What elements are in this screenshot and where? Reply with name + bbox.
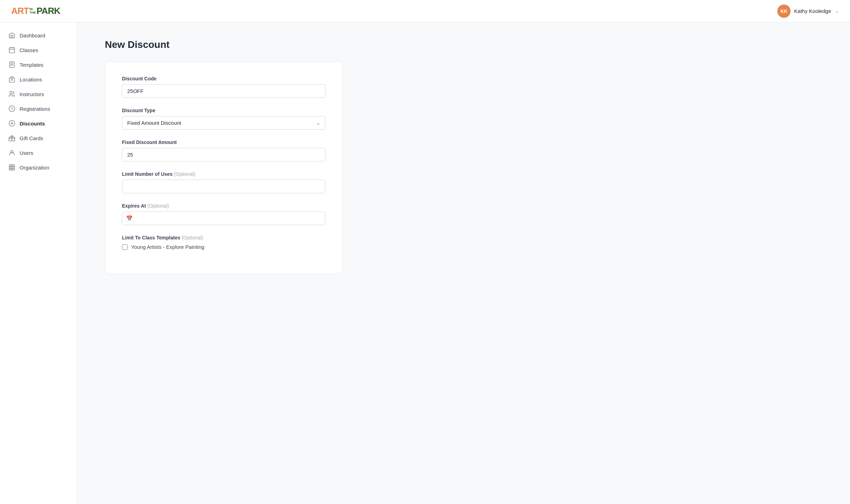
- sidebar-item-discounts[interactable]: Discounts: [0, 116, 77, 131]
- avatar: KK: [777, 5, 791, 18]
- discount-type-select-wrapper: Fixed Amount Discount Percentage Discoun…: [122, 116, 325, 130]
- sidebar: Dashboard Classes Templates: [0, 22, 77, 504]
- building-icon: [8, 76, 15, 83]
- discount-code-group: Discount Code: [122, 76, 325, 98]
- logo-in-the-text: INTHE: [29, 8, 36, 15]
- expires-at-input-wrapper: 📅: [122, 211, 325, 225]
- fixed-amount-input[interactable]: [122, 148, 325, 161]
- svg-rect-8: [9, 165, 15, 170]
- discount-code-label: Discount Code: [122, 76, 325, 81]
- sidebar-item-label: Registrations: [20, 106, 50, 112]
- sidebar-item-organization[interactable]: Organization: [0, 160, 77, 175]
- tag-icon: [8, 120, 15, 127]
- gift-icon: [8, 135, 15, 142]
- limit-templates-optional: (Optional): [182, 235, 203, 240]
- logo-art-text: ART: [11, 6, 29, 16]
- fixed-amount-label: Fixed Discount Amount: [122, 139, 325, 145]
- main-content: New Discount Discount Code Discount Type…: [77, 22, 850, 504]
- sidebar-item-classes[interactable]: Classes: [0, 43, 77, 57]
- home-icon: [8, 32, 15, 39]
- sidebar-item-label: Instructors: [20, 91, 44, 97]
- user-name: Kathy Kooledge: [794, 8, 831, 14]
- logo-park-text: PARK: [36, 6, 60, 16]
- sidebar-item-label: Templates: [20, 62, 43, 68]
- class-template-checkbox[interactable]: [122, 244, 128, 250]
- expires-at-group: Expires At (Optional) 📅: [122, 203, 325, 225]
- limit-templates-group: Limit To Class Templates (Optional) Youn…: [122, 235, 325, 250]
- office-icon: [8, 164, 15, 171]
- sidebar-item-label: Users: [20, 150, 33, 156]
- sidebar-item-label: Locations: [20, 77, 42, 82]
- sidebar-item-gift-cards[interactable]: Gift Cards: [0, 131, 77, 145]
- user-menu[interactable]: KK Kathy Kooledge ⌄: [777, 5, 839, 18]
- sidebar-item-users[interactable]: Users: [0, 145, 77, 160]
- svg-rect-0: [9, 48, 15, 53]
- sidebar-item-locations[interactable]: Locations: [0, 72, 77, 87]
- discount-code-input[interactable]: [122, 84, 325, 98]
- limit-uses-optional: (Optional): [174, 171, 195, 177]
- fixed-amount-group: Fixed Discount Amount: [122, 139, 325, 161]
- svg-point-3: [10, 92, 12, 94]
- logo: ART INTHE PARK: [11, 6, 60, 16]
- svg-rect-1: [9, 62, 14, 68]
- expires-at-label: Expires At (Optional): [122, 203, 325, 209]
- sidebar-item-label: Classes: [20, 47, 38, 53]
- file-icon: [8, 61, 15, 68]
- instructors-icon: [8, 91, 15, 98]
- expires-at-optional: (Optional): [147, 203, 169, 209]
- limit-templates-label: Limit To Class Templates (Optional): [122, 235, 325, 240]
- sidebar-item-registrations[interactable]: Registrations: [0, 101, 77, 116]
- limit-uses-input[interactable]: [122, 180, 325, 193]
- header: ART INTHE PARK KK Kathy Kooledge ⌄: [0, 0, 850, 22]
- sidebar-item-dashboard[interactable]: Dashboard: [0, 28, 77, 43]
- class-template-label: Young Artists - Explore Painting: [131, 244, 204, 250]
- sidebar-item-templates[interactable]: Templates: [0, 57, 77, 72]
- sidebar-item-label: Discounts: [20, 121, 45, 127]
- page-title: New Discount: [105, 39, 822, 50]
- class-template-item: Young Artists - Explore Painting: [122, 244, 325, 250]
- sidebar-item-instructors[interactable]: Instructors: [0, 87, 77, 101]
- discount-type-group: Discount Type Fixed Amount Discount Perc…: [122, 108, 325, 130]
- form-card: Discount Code Discount Type Fixed Amount…: [105, 62, 343, 274]
- registrations-icon: [8, 105, 15, 112]
- sidebar-item-label: Dashboard: [20, 33, 45, 38]
- chevron-down-icon: ⌄: [835, 9, 839, 14]
- discount-type-select[interactable]: Fixed Amount Discount Percentage Discoun…: [122, 116, 325, 130]
- limit-uses-label: Limit Number of Uses (Optional): [122, 171, 325, 177]
- expires-at-input[interactable]: [122, 211, 325, 225]
- sidebar-item-label: Gift Cards: [20, 135, 43, 141]
- limit-uses-group: Limit Number of Uses (Optional): [122, 171, 325, 193]
- person-icon: [8, 149, 15, 156]
- sidebar-item-label: Organization: [20, 165, 49, 171]
- layout: Dashboard Classes Templates: [0, 22, 850, 504]
- calendar-icon: [8, 46, 15, 53]
- discount-type-label: Discount Type: [122, 108, 325, 113]
